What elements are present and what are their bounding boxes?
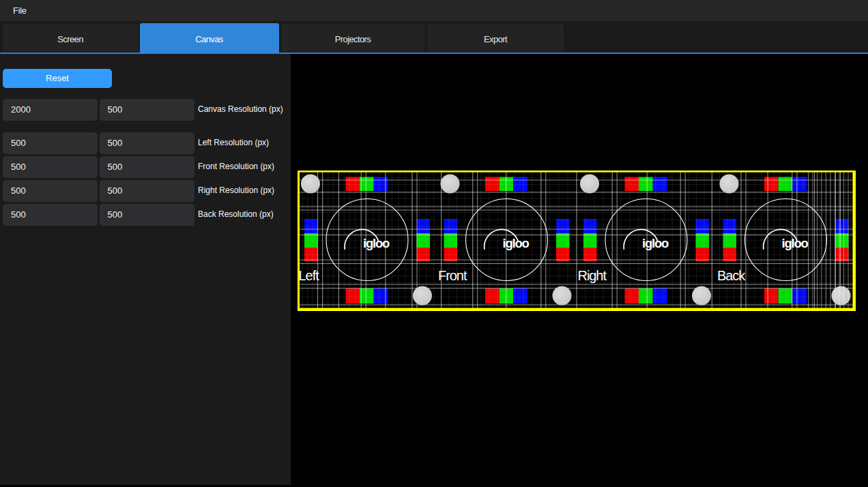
svg-text:igloo: igloo bbox=[642, 236, 669, 250]
svg-text:Back: Back bbox=[717, 267, 746, 282]
svg-text:Right: Right bbox=[578, 267, 607, 282]
svg-text:Front: Front bbox=[438, 267, 467, 282]
svg-text:igloo: igloo bbox=[503, 236, 530, 250]
svg-text:igloo: igloo bbox=[782, 236, 809, 250]
svg-text:igloo: igloo bbox=[363, 236, 390, 250]
svg-text:Left: Left bbox=[299, 267, 320, 282]
